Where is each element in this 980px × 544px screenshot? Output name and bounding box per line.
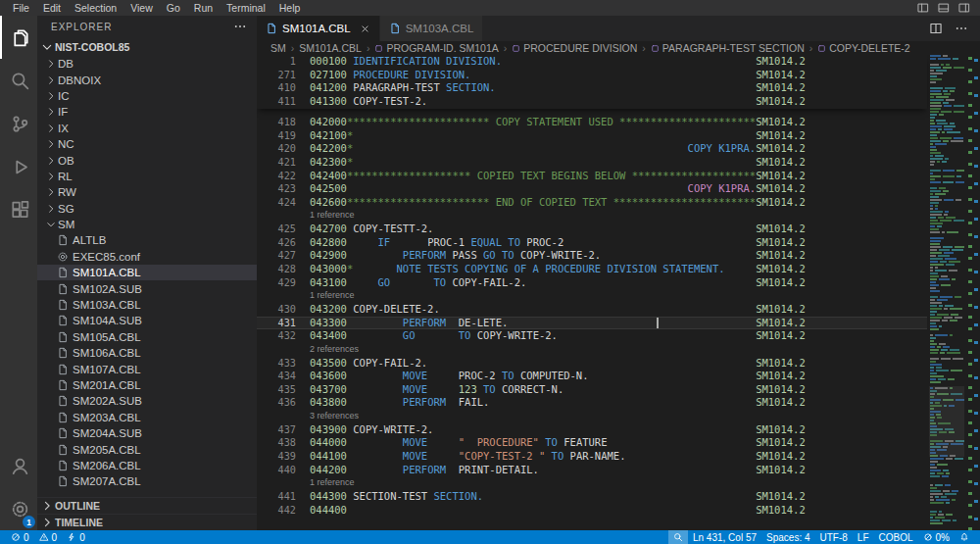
panel-outline[interactable]: OUTLINE [37, 497, 257, 514]
folder-if[interactable]: IF [37, 104, 257, 120]
code-text[interactable]: 042700 COPY-TESTT-2.SM1014.2 [310, 223, 927, 236]
code-editor[interactable]: 418042000*********************** COPY ST… [257, 55, 980, 530]
code-text[interactable]: 043900 COPY-WRITE-2.SM1014.2 [310, 423, 927, 437]
file-sm101a-cbl[interactable]: SM101A.CBL [37, 265, 257, 280]
status-notifications[interactable] [955, 530, 974, 544]
code-text[interactable]: 043500 COPY-FAIL-2.SM1014.2 [310, 357, 927, 371]
activity-source-control[interactable] [0, 102, 37, 145]
codelens-references[interactable]: 2 references [257, 343, 927, 357]
menu-view[interactable]: View [123, 2, 160, 14]
codelens-references[interactable]: 1 reference [257, 209, 927, 223]
file-sm103a-cbl[interactable]: SM103A.CBL [37, 297, 257, 313]
file-sm207a-cbl[interactable]: SM207A.CBL [37, 473, 257, 489]
menu-edit[interactable]: Edit [36, 2, 68, 14]
folder-db[interactable]: DB [37, 56, 257, 72]
breadcrumb-item-copy-delete-2[interactable]: COPY-DELETE-2 [816, 42, 910, 54]
status-problems-warnings[interactable]: 0 [34, 530, 63, 544]
status-percent[interactable]: 0% [918, 530, 955, 544]
activity-run-debug[interactable] [0, 145, 37, 188]
code-text[interactable]: 044200 PERFORM PRINT-DETAIL.SM1014.2 [310, 464, 927, 477]
code-text[interactable]: 043800 PERFORM FAIL.SM1014.2 [310, 396, 927, 410]
folder-nc[interactable]: NC [37, 136, 257, 152]
code-text[interactable]: 042900 PERFORM PASS GO TO COPY-WRITE-2.S… [310, 249, 927, 263]
menu-terminal[interactable]: Terminal [220, 2, 272, 14]
folder-rw[interactable]: RW [37, 184, 257, 200]
menu-selection[interactable]: Selection [68, 2, 123, 14]
code-text[interactable]: 000100 IDENTIFICATION DIVISION.SM1014.2 [310, 55, 927, 69]
file-sm107a-cbl[interactable]: SM107A.CBL [37, 361, 257, 376]
file-sm201a-cbl[interactable]: SM201A.CBL [37, 377, 257, 393]
activity-search[interactable] [0, 59, 37, 102]
file-exec85-conf[interactable]: EXEC85.conf [37, 249, 257, 265]
folder-dbnoix[interactable]: DBNOIX [37, 72, 257, 87]
status-zoom[interactable] [668, 530, 688, 544]
file-sm106a-cbl[interactable]: SM106A.CBL [37, 345, 257, 361]
codelens-references[interactable]: 1 reference [257, 476, 927, 490]
status-encoding[interactable]: UTF-8 [815, 530, 853, 544]
file-altlb[interactable]: ALTLB [37, 232, 257, 248]
code-text[interactable]: 042600*********************** END OF COP… [310, 196, 927, 210]
folder-ic[interactable]: IC [37, 88, 257, 104]
file-sm104a-sub[interactable]: SM104A.SUB [37, 313, 257, 328]
layout-secondary-icon[interactable] [958, 2, 970, 14]
activity-settings[interactable]: 1 [0, 487, 37, 530]
activity-extensions[interactable] [0, 188, 37, 231]
code-text[interactable]: 042300*SM1014.2 [310, 156, 927, 170]
code-text[interactable]: 042500COPY K1PRA.SM1014.2 [310, 182, 927, 196]
code-text[interactable]: 044400SM1014.2 [310, 504, 927, 518]
file-sm105a-cbl[interactable]: SM105A.CBL [37, 329, 257, 345]
code-text[interactable]: 043100 GO TO COPY-FAIL-2.SM1014.2 [310, 276, 927, 290]
code-text[interactable]: 027100 PROCEDURE DIVISION.SM1014.2 [310, 69, 927, 82]
menu-go[interactable]: Go [160, 2, 187, 14]
code-text[interactable]: 042000*********************** COPY STATE… [310, 116, 927, 129]
status-problems-errors[interactable]: 0 [6, 530, 34, 544]
code-text[interactable]: 044300 SECTION-TEST SECTION.SM1014.2 [310, 490, 927, 504]
close-icon[interactable] [360, 24, 370, 34]
views-more-icon[interactable] [233, 20, 247, 33]
folder-rl[interactable]: RL [37, 169, 257, 184]
code-text[interactable]: 042100*SM1014.2 [310, 129, 927, 143]
code-text[interactable]: 042800 IF PROC-1 EQUAL TO PROC-2SM1014.2 [310, 236, 927, 250]
folder-ix[interactable]: IX [37, 121, 257, 136]
breadcrumb-item-program-id-sm101a[interactable]: PROGRAM-ID. SM101A [373, 42, 499, 54]
code-text[interactable]: 041200 PARAGRAPH-TEST SECTION.SM1014.2 [310, 81, 927, 95]
file-sm205a-cbl[interactable]: SM205A.CBL [37, 441, 257, 457]
folder-sg[interactable]: SG [37, 201, 257, 217]
code-text[interactable]: 043000* NOTE TESTS COPYING OF A PROCEDUR… [310, 263, 927, 276]
code-text[interactable]: 041300 COPY-TEST-2.SM1014.2 [310, 95, 927, 109]
file-sm203a-cbl[interactable]: SM203A.CBL [37, 410, 257, 425]
ellipsis-icon[interactable] [955, 22, 968, 35]
code-text[interactable]: 043700 MOVE 123 TO CORRECT-N.SM1014.2 [310, 383, 927, 397]
minimap-slider[interactable] [929, 386, 964, 457]
status-indentation[interactable]: Spaces: 4 [761, 530, 814, 544]
codelens-references[interactable]: 3 references [257, 410, 927, 423]
menu-run[interactable]: Run [187, 2, 220, 14]
workspace-section-header[interactable]: NIST-COBOL85 [37, 37, 257, 56]
panel-timeline[interactable]: TIMELINE [37, 514, 257, 530]
breadcrumb-item-procedure-division[interactable]: PROCEDURE DIVISION [511, 42, 638, 54]
breadcrumb-item-sm[interactable]: SM [270, 42, 287, 54]
code-text[interactable]: 042400******************** COPIED TEXT B… [310, 170, 927, 183]
code-text[interactable]: 043300 PERFORM DE-LETE.SM1014.2 [310, 317, 927, 330]
layout-sidebar-icon[interactable] [917, 2, 929, 14]
code-text[interactable]: 044000 MOVE " PROCEDURE" TO FEATURESM101… [310, 436, 927, 450]
minimap[interactable] [929, 55, 964, 530]
tab-sm103a-cbl[interactable]: SM103A.CBL [380, 16, 484, 41]
tab-sm101a-cbl[interactable]: SM101A.CBL [257, 16, 380, 41]
breadcrumb-item-paragraph-test-section[interactable]: PARAGRAPH-TEST SECTION [650, 42, 806, 54]
folder-sm[interactable]: SM [37, 217, 257, 232]
file-sm206a-cbl[interactable]: SM206A.CBL [37, 458, 257, 473]
status-cursor-position[interactable]: Ln 431, Col 57 [688, 530, 761, 544]
status-tasks[interactable]: 0 [62, 530, 90, 544]
activity-explorer[interactable] [0, 16, 37, 59]
folder-ob[interactable]: OB [37, 152, 257, 168]
code-text[interactable]: 043600 MOVE PROC-2 TO COMPUTED-N.SM1014.… [310, 370, 927, 383]
codelens-references[interactable]: 1 reference [257, 289, 927, 303]
code-text[interactable]: 043400 GO TO COPY-WRITE-2.SM1014.2 [310, 329, 927, 343]
overview-ruler[interactable] [966, 55, 980, 530]
file-sm204a-sub[interactable]: SM204A.SUB [37, 425, 257, 441]
breadcrumb-item-sm101a-cbl[interactable]: SM101A.CBL [298, 42, 363, 54]
status-language-mode[interactable]: COBOL [874, 530, 918, 544]
layout-panel-icon[interactable] [938, 2, 950, 14]
code-text[interactable]: 043200 COPY-DELETE-2.SM1014.2 [310, 303, 927, 317]
